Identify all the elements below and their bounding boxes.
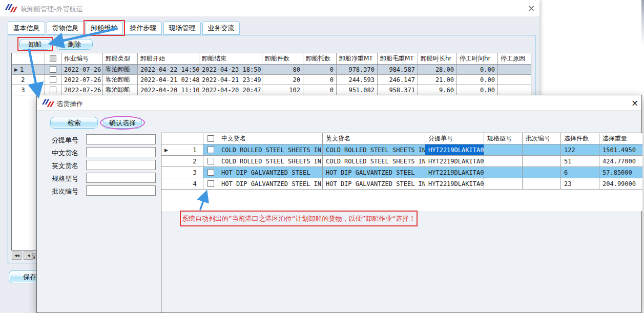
cell-sel-qty: 122: [561, 144, 599, 155]
col-job-no[interactable]: 作业编号: [61, 53, 103, 64]
cell-bl-no: HYT2219DLAKITA005: [425, 144, 484, 155]
grid-header-row: 中文货名 英文货名 分提单号 规格型号 批次编号 选择件数 选择重量: [161, 133, 642, 144]
col-cn-name[interactable]: 中文货名: [218, 133, 323, 144]
col-type[interactable]: 卸船类型: [103, 53, 138, 64]
cell-cn-name: HOT DIP GALVANTZED STEEL IN COILS: [218, 178, 323, 189]
annotation-note: 系统自动列出的”当前港口之港区泊位“计划卸船的货物，以便”卸船作业“选择！: [180, 211, 418, 226]
col-batch[interactable]: 批次编号: [523, 133, 561, 144]
cell-pieces: 102: [262, 85, 303, 95]
cell-end: 2022-04-21 23:49: [199, 75, 262, 85]
cell-end: 2022-04-20 20:47: [199, 85, 262, 95]
cell-gross: 246.147: [378, 75, 418, 85]
table-row[interactable]: 4 HOT DIP GALVANTZED STEEL IN COILS HOT …: [161, 178, 642, 190]
row-checkbox[interactable]: [50, 66, 56, 73]
tab-biz-comm[interactable]: 业务交流: [202, 22, 240, 35]
col-reason[interactable]: 停工原因: [498, 53, 531, 64]
cn-name-field[interactable]: [86, 147, 156, 157]
select-all-checkbox[interactable]: [207, 135, 214, 142]
cell-reason: [498, 85, 531, 95]
row-checkbox[interactable]: [207, 147, 214, 153]
unload-button[interactable]: 卸船: [19, 39, 51, 50]
table-row[interactable]: ▶1 COLD ROLLED STEEL SHEETS IN COLD ROLL…: [161, 144, 642, 156]
checkbox-cell: [45, 65, 61, 74]
tab-basic-info[interactable]: 基本信息: [8, 22, 45, 35]
col-bl-no[interactable]: 分提单号: [425, 133, 484, 144]
col-en-name[interactable]: 英文货名: [323, 133, 425, 144]
table-row[interactable]: 2 COLD ROLLED STEEL SHEETS IN COLD ROLLE…: [161, 156, 642, 167]
col-pieces[interactable]: 卸船件数: [262, 53, 303, 64]
col-net[interactable]: 卸船净重MT: [337, 53, 378, 64]
main-close-icon[interactable]: ×: [528, 4, 535, 13]
checkbox-cell: [203, 144, 218, 155]
row-checkbox[interactable]: [50, 87, 56, 93]
col-duration[interactable]: 卸船时长hr: [418, 53, 457, 64]
cell-job-no: 2022-07-26-02: [61, 75, 103, 85]
main-titlebar: 装卸船管理-外贸航运 ×: [0, 0, 539, 17]
first-record-icon[interactable]: ◀◀: [12, 252, 22, 260]
cell-bl-no: HYT2219DLAKITA003: [425, 167, 484, 178]
select-all-checkbox[interactable]: [50, 55, 56, 62]
main-window-title: 装卸船管理-外贸航运: [20, 5, 83, 14]
label-spec: 规格型号: [52, 174, 82, 183]
dialog-close-icon[interactable]: ×: [631, 99, 638, 108]
table-row[interactable]: 3 HOT DIP GALVANTZED STEEL HOT DIP GALVA…: [161, 167, 642, 178]
col-spec[interactable]: 规格型号: [484, 133, 523, 144]
batch-no-field[interactable]: [86, 185, 156, 196]
table-row[interactable]: 3 2022-07-26-01 靠泊卸船 2022-04-20 11:10 20…: [12, 85, 531, 95]
row-checkbox[interactable]: [207, 158, 214, 164]
cell-batch: [523, 144, 561, 155]
cell-duration: 28.00: [418, 65, 457, 74]
tab-op-steps[interactable]: 操作步骤: [124, 22, 162, 35]
col-sel-wt[interactable]: 选择重量: [599, 133, 642, 144]
cell-gross: 984.587: [378, 65, 418, 74]
spec-field[interactable]: [86, 173, 156, 183]
cell-reason: [498, 65, 531, 74]
app-logo-icon: [41, 98, 55, 108]
cell-net: 978.370: [337, 65, 378, 74]
row-checkbox[interactable]: [207, 180, 214, 187]
cell-batch: [523, 178, 561, 189]
cell-sel-qty: 23: [561, 178, 599, 189]
cell-stoptime: 0.00: [457, 65, 498, 74]
cell-reason: [498, 75, 531, 85]
delete-button[interactable]: 删除: [56, 39, 93, 50]
current-row-marker-icon: ▶: [14, 67, 18, 72]
row-header: 3: [12, 85, 45, 95]
checkbox-cell: [203, 156, 218, 166]
confirm-select-button[interactable]: 确认选择: [103, 117, 142, 129]
cell-bl-no: HYT2219DLAKITA004: [425, 156, 484, 166]
search-button[interactable]: 检索: [50, 117, 98, 129]
bl-no-field[interactable]: [86, 134, 156, 144]
row-header: 2: [161, 156, 203, 166]
app-logo-icon: [5, 4, 18, 13]
col-pallets[interactable]: 卸船托数: [303, 53, 337, 64]
cell-en-name: HOT DIP GALVANTZED STEEL: [323, 167, 425, 178]
row-checkbox[interactable]: [50, 76, 56, 83]
col-gross[interactable]: 卸船毛重MT: [378, 53, 418, 64]
cell-pallets: 0: [303, 85, 337, 95]
col-sel-qty[interactable]: 选择件数: [561, 133, 599, 144]
cell-duration: 9.60: [418, 85, 457, 95]
label-cn-name: 中文货名: [52, 149, 82, 158]
table-row[interactable]: 2 2022-07-26-02 靠泊卸船 2022-04-21 02:48 20…: [12, 75, 531, 85]
tab-cargo-info[interactable]: 货物信息: [47, 22, 84, 35]
cell-cn-name: COLD ROLLED STEEL SHEETS IN: [218, 156, 323, 166]
row-checkbox[interactable]: [207, 169, 214, 176]
col-stoptime[interactable]: 停工时间hr: [457, 53, 498, 64]
col-end[interactable]: 卸船结束: [199, 53, 262, 64]
cell-sel-qty: 51: [561, 156, 599, 166]
cargo-select-dialog: 选货操作 × 检索 确认选择 分提单号 中文货名 英文货名 规格型号 批次编号 …: [36, 95, 642, 313]
cell-sel-wt: 57.85000: [599, 167, 642, 178]
checkbox-cell: [203, 178, 218, 189]
table-row[interactable]: ▶1 2022-07-26-03 靠泊卸船 2022-04-22 14:50 2…: [12, 65, 531, 75]
row-header: 2: [12, 75, 45, 85]
col-start[interactable]: 卸船开始: [138, 53, 199, 64]
cell-spec: [484, 156, 523, 166]
tab-unload-maint[interactable]: 卸船维护: [86, 22, 123, 35]
en-name-field[interactable]: [86, 160, 156, 170]
cell-sel-wt: 1501.4950: [599, 144, 642, 155]
cell-job-no: 2022-07-26-01: [61, 85, 103, 95]
tab-site-mgmt[interactable]: 现场管理: [163, 22, 201, 35]
row-header-cell: [12, 53, 45, 64]
select-all-cell: [203, 133, 218, 144]
